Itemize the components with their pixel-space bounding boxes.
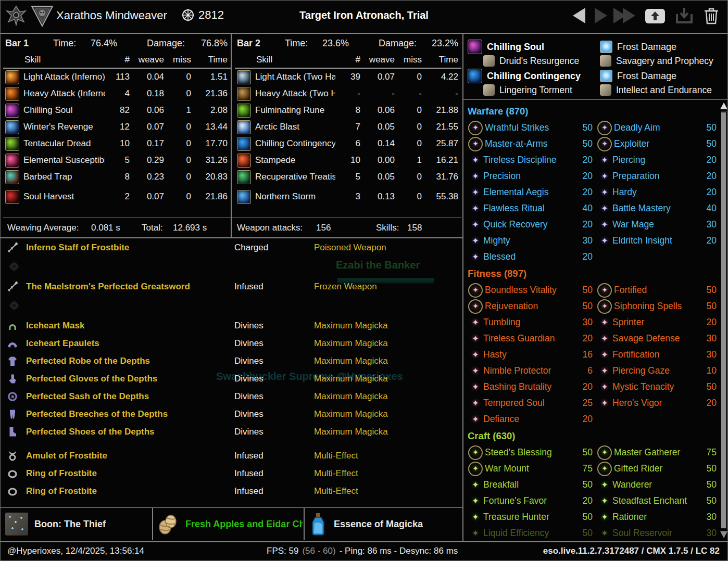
fulminating-rune-icon: [237, 104, 251, 118]
weapon-attacks-value: 156: [316, 223, 331, 233]
damage-label: Damage:: [379, 38, 417, 49]
buff-sub-name: Lingering Torment: [499, 85, 572, 96]
cp-star-name: Tireless Guardian: [483, 333, 571, 344]
potion-cell: Essence of Magicka: [304, 508, 468, 540]
skill-count: 10: [340, 155, 360, 165]
cp-row: ✦Tumbling30✦Sprinter20: [468, 314, 717, 330]
cp-star-name: Mystic Tenacity: [612, 381, 695, 392]
cp-star-value: 20: [571, 381, 593, 392]
skill-weave: 0.23: [134, 172, 164, 182]
cp-cell: ✦Steed's Blessing50: [468, 445, 593, 460]
cp-star-value: 75: [695, 447, 717, 458]
next-fight-button[interactable]: [595, 8, 607, 23]
cp-star-value: 30: [695, 349, 717, 360]
star-icon: ✦: [468, 414, 483, 424]
gear-enchant: Multi-Effect: [314, 468, 358, 479]
cp-star-value: 30: [695, 528, 717, 539]
skill-time: 21.36: [195, 88, 228, 99]
champion-points-list: Warfare (870)✦Wrathful Strikes50✦Deadly …: [468, 103, 717, 540]
skill-weave: 0.29: [134, 155, 164, 165]
cp-star-value: 30: [695, 333, 717, 344]
buff-name: Frost Damage: [617, 71, 676, 82]
skill-weave: 0.07: [365, 72, 395, 82]
heavy-attack-two-handed-icon: [237, 87, 251, 101]
ping-desync: - Ping: 86 ms - Desync: 86 ms: [340, 546, 458, 556]
cp-row: ✦Nimble Protector6✦Piercing Gaze10: [468, 363, 717, 379]
scroll-up-arrow[interactable]: [720, 103, 727, 109]
cp-cell: ✦Siphoning Spells50: [597, 299, 717, 314]
bar2-column-headers: Skill # weave miss Time: [235, 52, 461, 69]
slotted-star-icon: ✦: [468, 283, 483, 298]
legs-slot-icon: [6, 408, 19, 420]
damage-value: 23.2%: [432, 38, 458, 49]
skill-miss: 0: [399, 122, 422, 132]
skill-row: Heavy Attack (Two Han----: [235, 85, 461, 102]
skill-name: Northern Storm: [255, 192, 335, 202]
skill-name: Tentacular Dread: [23, 138, 105, 149]
gear-row: The Maelstrom's Perfected GreatswordInfu…: [4, 278, 461, 296]
delete-button[interactable]: [703, 6, 720, 25]
scroll-down-arrow[interactable]: [720, 531, 727, 538]
scrollbar-thumb[interactable]: [721, 112, 726, 528]
skill-weave: 0.17: [134, 138, 164, 149]
cp-star-name: War Mount: [485, 463, 571, 474]
star-icon: ✦: [468, 220, 483, 230]
skill-name: Soul Harvest: [23, 192, 105, 202]
cp-star-name: Rationer: [612, 512, 695, 522]
upload-button[interactable]: [645, 7, 666, 24]
frost-damage-icon: [600, 41, 612, 53]
gear-row: Perfected Breeches of the DepthsDivinesM…: [4, 406, 461, 424]
cp-cell: ✦War Mage30: [597, 219, 717, 230]
gear-row: Amulet of FrostbiteInfusedMulti-Effect: [4, 448, 461, 465]
cp-star-value: 40: [695, 203, 717, 214]
gear-trait: Infused: [234, 451, 263, 461]
cp-row: ✦Liquid Efficiency50✦Soul Reservoir30: [468, 525, 717, 540]
gear-name: Ring of Frostbite: [26, 468, 97, 479]
skill-count: 7: [340, 122, 360, 132]
cp-cell: ✦Precision20: [468, 171, 593, 182]
gear-enchant: Multi-Effect: [314, 486, 358, 496]
cp-cell: ✦Tumbling30: [468, 317, 593, 328]
right-panel: Chilling Soul Druid's Resurgence Chillin…: [462, 33, 728, 541]
previous-fight-button[interactable]: [573, 8, 585, 23]
star-icon: ✦: [597, 398, 612, 408]
skill-count: 10: [109, 138, 130, 149]
cp-cell: ✦Tireless Discipline20: [468, 155, 593, 165]
skill-row: Elemental Susceptibilit50.29031.26: [3, 152, 231, 169]
cp-cell: ✦Mystic Tenacity50: [597, 381, 717, 392]
skill-time: 25.87: [426, 138, 458, 149]
skill-time: 21.55: [426, 122, 458, 132]
slotted-star-icon: ✦: [597, 283, 612, 298]
skill-time: 16.21: [426, 155, 458, 165]
skill-row: Chilling Soul820.0612.08: [3, 102, 231, 119]
slotted-star-icon: ✦: [597, 445, 612, 460]
total-label: Total:: [142, 223, 163, 233]
gear-row: Perfected Gloves of the DepthsDivinesMax…: [4, 371, 461, 388]
skill-weave: 0.05: [365, 122, 395, 132]
head-slot-icon: [6, 320, 19, 332]
cp-star-value: 20: [571, 495, 593, 506]
skill-name: Recuperative Treatise: [255, 172, 335, 182]
download-button[interactable]: [675, 7, 694, 24]
cp-star-name: Piercing Gaze: [612, 365, 695, 376]
col-time: Time: [426, 55, 458, 65]
bar-label: Bar 2: [237, 38, 260, 49]
slotted-star-icon: ✦: [597, 462, 612, 476]
skill-weave: 0.14: [365, 138, 395, 149]
cp-star-value: 50: [695, 479, 717, 490]
slotted-star-icon: ✦: [468, 462, 483, 476]
cp-star-value: 20: [571, 187, 593, 198]
last-fight-button[interactable]: [617, 8, 635, 23]
skill-time: 20.83: [195, 172, 228, 182]
weapon-attacks-label: Weapon attacks:: [237, 223, 303, 233]
cp-row: ✦Fortune's Favor20✦Steadfast Enchant50: [468, 493, 717, 509]
cp-cell: ✦Bashing Brutality20: [468, 381, 593, 392]
waist-slot-icon: [6, 390, 19, 403]
cp-cell: ✦Flawless Ritual40: [468, 203, 593, 214]
cp-star-value: 50: [571, 285, 593, 296]
star-icon: ✦: [468, 252, 483, 262]
cp-row: ✦Breakfall50✦Wanderer50: [468, 477, 717, 493]
skill-time: 4.22: [426, 72, 458, 82]
skill-row: Light Attack (Inferno)1130.0401.51: [3, 69, 231, 85]
scrollbar[interactable]: [720, 103, 727, 538]
